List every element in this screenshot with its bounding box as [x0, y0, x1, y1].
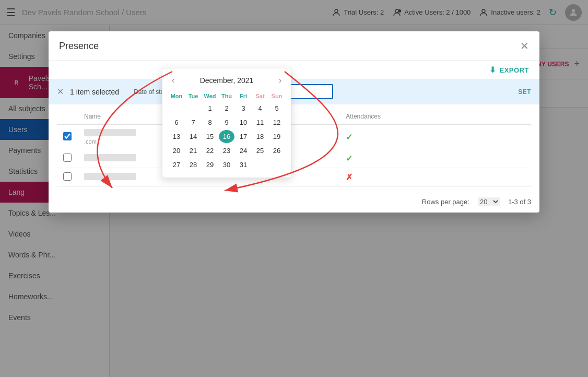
modal-actions: ⬇ EXPORT	[49, 61, 539, 79]
calendar-grid: Mon Tue Wed Thu Fri Sat Sun 1 2 3 4 5 6 …	[169, 91, 285, 171]
row-checkbox-cell	[57, 125, 78, 149]
attendance-check-icon: ✓	[346, 154, 352, 163]
cal-day-12[interactable]: 12	[269, 116, 285, 129]
next-month-button[interactable]: ›	[276, 75, 285, 86]
dow-sun: Sun	[269, 91, 285, 101]
dow-tue: Tue	[185, 91, 201, 101]
cal-day-14[interactable]: 14	[185, 130, 201, 143]
cal-day-1[interactable]: 1	[202, 102, 218, 115]
modal-table: Name Attendances .com	[57, 109, 531, 187]
pagination: Rows per page: 20 50 100 1-3 of 3	[49, 191, 539, 213]
cal-day-15[interactable]: 15	[202, 130, 218, 143]
cal-day-22[interactable]: 22	[202, 144, 218, 157]
row-attendance-cell: ✓	[339, 125, 531, 149]
table-row: ✗	[57, 168, 531, 187]
cal-day-31[interactable]: 31	[236, 158, 251, 171]
row-attendance-cell: ✓	[339, 149, 531, 168]
presence-modal: Presence ✕ ⬇ EXPORT ✕ 1 item selected Da…	[49, 31, 539, 213]
modal-table-container: Name Attendances .com	[49, 109, 539, 191]
dow-wed: Wed	[202, 91, 218, 101]
dow-sat: Sat	[252, 91, 268, 101]
attendance-check-icon: ✓	[346, 133, 352, 142]
name-blurred	[84, 129, 136, 136]
row-checkbox[interactable]	[63, 154, 72, 162]
cal-day-empty	[252, 158, 268, 171]
calendar-month-label: December, 2021	[200, 76, 254, 85]
cal-day-empty	[269, 158, 285, 171]
cal-day-17[interactable]: 17	[236, 130, 251, 143]
close-icon[interactable]: ✕	[520, 40, 529, 52]
cal-day-13[interactable]: 13	[169, 130, 184, 143]
cal-day-19[interactable]: 19	[269, 130, 285, 143]
cal-day-9[interactable]: 9	[219, 116, 234, 129]
cal-day-24[interactable]: 24	[236, 144, 251, 157]
name-blurred	[84, 154, 136, 161]
cal-day-26[interactable]: 26	[269, 144, 285, 157]
cal-day-21[interactable]: 21	[185, 144, 201, 157]
attendance-cross-icon: ✗	[346, 173, 352, 182]
cal-day-25[interactable]: 25	[252, 144, 268, 157]
modal-overlay: Presence ✕ ⬇ EXPORT ✕ 1 item selected Da…	[0, 0, 588, 377]
name-blurred	[84, 173, 136, 180]
rows-per-page-select[interactable]: 20 50 100	[478, 197, 500, 206]
modal-title: Presence	[59, 41, 99, 52]
cal-day-empty	[169, 102, 184, 115]
cal-day-6[interactable]: 6	[169, 116, 184, 129]
selection-bar: ✕ 1 item selected Date of studying: SET	[49, 79, 539, 104]
cal-day-8[interactable]: 8	[202, 116, 218, 129]
selection-count: 1 item selected	[70, 88, 119, 96]
cal-day-3[interactable]: 3	[236, 102, 251, 115]
download-icon: ⬇	[489, 65, 497, 75]
row-checkbox-cell	[57, 168, 78, 187]
cal-day-29[interactable]: 29	[202, 158, 218, 171]
row-checkbox[interactable]	[63, 172, 72, 181]
pagination-range: 1-3 of 3	[508, 198, 531, 206]
row-attendance-cell: ✗	[339, 168, 531, 187]
cal-day-30[interactable]: 30	[219, 158, 234, 171]
cal-day-23[interactable]: 23	[219, 144, 234, 157]
rows-per-page-label: Rows per page:	[422, 198, 469, 206]
cal-day-10[interactable]: 10	[236, 116, 251, 129]
col-checkbox	[57, 109, 78, 125]
cal-day-28[interactable]: 28	[185, 158, 201, 171]
cal-day-4[interactable]: 4	[252, 102, 268, 115]
export-button[interactable]: ⬇ EXPORT	[489, 65, 529, 75]
cal-day-5[interactable]: 5	[269, 102, 285, 115]
row-checkbox[interactable]	[63, 132, 72, 140]
dow-fri: Fri	[236, 91, 251, 101]
cal-day-11[interactable]: 11	[252, 116, 268, 129]
set-button[interactable]: SET	[518, 88, 531, 96]
dow-mon: Mon	[169, 91, 184, 101]
table-row: .com ✓	[57, 125, 531, 149]
cal-day-27[interactable]: 27	[169, 158, 184, 171]
row-checkbox-cell	[57, 149, 78, 168]
calendar-popup: ‹ December, 2021 › Mon Tue Wed Thu Fri S…	[162, 68, 291, 178]
modal-header: Presence ✕	[49, 31, 539, 61]
table-row: ✓	[57, 149, 531, 168]
prev-month-button[interactable]: ‹	[169, 75, 178, 86]
dow-thu: Thu	[219, 91, 234, 101]
calendar-header: ‹ December, 2021 ›	[169, 75, 285, 86]
cal-day-2[interactable]: 2	[219, 102, 234, 115]
cal-day-empty	[185, 102, 201, 115]
cal-day-7[interactable]: 7	[185, 116, 201, 129]
clear-selection-icon[interactable]: ✕	[57, 87, 64, 97]
cal-day-18[interactable]: 18	[252, 130, 268, 143]
col-attendances: Attendances	[339, 109, 531, 125]
cal-day-20[interactable]: 20	[169, 144, 184, 157]
cal-day-16[interactable]: 16	[219, 130, 234, 143]
